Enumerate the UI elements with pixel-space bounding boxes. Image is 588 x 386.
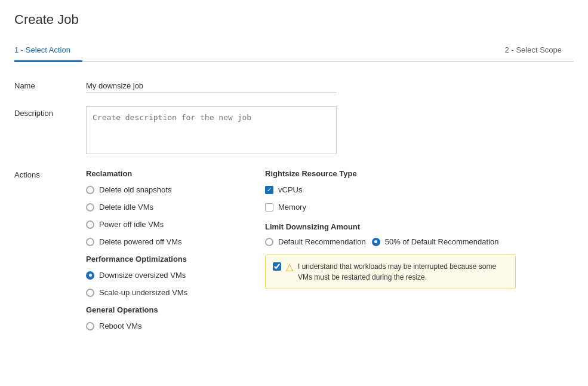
reboot-vms-label: Reboot VMs	[99, 321, 142, 330]
scale-up-undersized-radio[interactable]	[86, 289, 94, 297]
description-field	[86, 106, 574, 156]
reboot-vms-item[interactable]: Reboot VMs	[86, 321, 217, 330]
general-title: General Operations	[86, 305, 217, 314]
vcpu-item[interactable]: ✓ vCPUs	[265, 185, 516, 194]
rightsize-section: Rightsize Resource Type ✓ vCPUs Memory L…	[265, 169, 516, 339]
vcpu-checkbox[interactable]: ✓	[265, 186, 273, 194]
memory-label: Memory	[278, 203, 306, 212]
rightsize-title: Rightsize Resource Type	[265, 169, 516, 178]
power-off-idle-radio[interactable]	[86, 220, 94, 229]
description-input[interactable]	[86, 106, 337, 154]
fifty-percent-item[interactable]: 50% of Default Recommendation	[372, 237, 499, 246]
default-recommendation-radio[interactable]	[265, 238, 273, 246]
reboot-vms-radio[interactable]	[86, 322, 94, 330]
downsize-oversized-label: Downsize oversized VMs	[99, 271, 186, 280]
memory-checkbox[interactable]	[265, 203, 273, 212]
delete-powered-off-item[interactable]: Delete powered off VMs	[86, 237, 217, 246]
left-action-group: Reclamation Delete old snapshots Delete …	[86, 169, 217, 339]
delete-powered-off-label: Delete powered off VMs	[99, 237, 182, 246]
delete-snapshots-label: Delete old snapshots	[99, 185, 171, 194]
warning-box: △ I understand that workloads may be int…	[265, 255, 516, 289]
reclamation-title: Reclamation	[86, 169, 217, 178]
downsize-oversized-item[interactable]: Downsize oversized VMs	[86, 271, 217, 280]
fifty-percent-radio[interactable]	[372, 238, 380, 246]
name-label: Name	[14, 79, 86, 90]
delete-idle-vms-radio[interactable]	[86, 203, 94, 212]
warning-icon: △	[286, 261, 293, 272]
delete-powered-off-radio[interactable]	[86, 238, 94, 246]
power-off-idle-label: Power off idle VMs	[99, 220, 164, 229]
memory-item[interactable]: Memory	[265, 203, 516, 212]
warning-checkbox[interactable]	[273, 262, 281, 271]
tabs-container: 1 - Select Action 2 - Select Scope	[14, 39, 574, 62]
limit-options: Default Recommendation 50% of Default Re…	[265, 237, 516, 246]
scale-up-undersized-item[interactable]: Scale-up undersized VMs	[86, 288, 217, 297]
delete-snapshots-radio[interactable]	[86, 186, 94, 194]
default-recommendation-label: Default Recommendation	[278, 237, 366, 246]
delete-snapshots-item[interactable]: Delete old snapshots	[86, 185, 217, 194]
default-recommendation-item[interactable]: Default Recommendation	[265, 237, 366, 246]
delete-idle-vms-item[interactable]: Delete idle VMs	[86, 203, 217, 212]
description-label: Description	[14, 106, 86, 118]
delete-idle-vms-label: Delete idle VMs	[99, 203, 153, 212]
actions-label: Actions	[14, 169, 86, 179]
tab-select-scope[interactable]: 2 - Select Scope	[505, 39, 574, 62]
power-off-idle-item[interactable]: Power off idle VMs	[86, 220, 217, 229]
page-title: Create Job	[14, 12, 574, 27]
warning-text: I understand that workloads may be inter…	[298, 261, 508, 283]
fifty-percent-label: 50% of Default Recommendation	[385, 237, 499, 246]
downsize-oversized-radio[interactable]	[86, 271, 94, 280]
tab-select-action[interactable]: 1 - Select Action	[14, 39, 82, 62]
vcpu-label: vCPUs	[278, 185, 302, 194]
performance-title: Performance Optimizations	[86, 255, 217, 264]
actions-columns: Reclamation Delete old snapshots Delete …	[86, 169, 574, 339]
name-row: Name	[14, 79, 574, 93]
name-input[interactable]	[86, 79, 337, 93]
name-field	[86, 79, 574, 93]
actions-row: Actions Reclamation Delete old snapshots…	[14, 169, 574, 339]
description-row: Description	[14, 106, 574, 156]
limit-title: Limit Downsizing Amount	[265, 222, 516, 231]
scale-up-undersized-label: Scale-up undersized VMs	[99, 288, 187, 297]
